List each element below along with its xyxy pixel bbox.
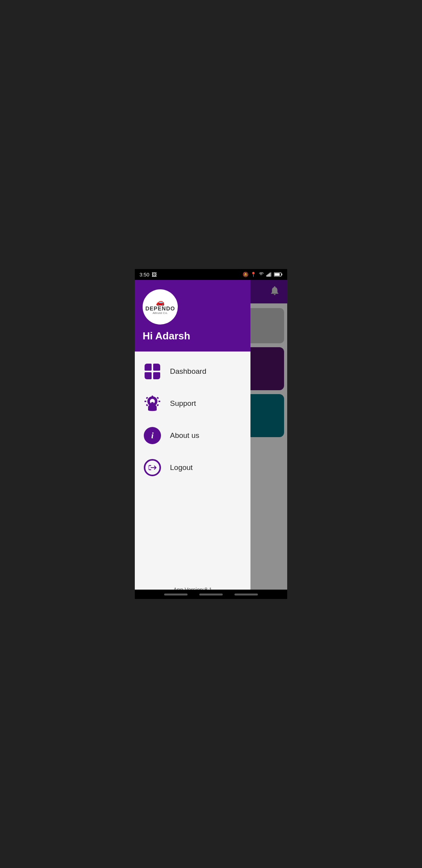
logo-subtitle: Altruist Co. <box>145 311 175 315</box>
logo-title: DEPENDO <box>145 306 175 311</box>
media-icon: 🖼 <box>152 272 157 278</box>
logo-circle: 🚗 DEPENDO Altruist Co. <box>143 289 178 325</box>
dashboard-icon <box>143 362 161 380</box>
svg-rect-13 <box>159 401 161 402</box>
svg-rect-2 <box>269 273 270 276</box>
logo-inner: 🚗 DEPENDO Altruist Co. <box>143 296 178 318</box>
menu-item-about[interactable]: i About us <box>135 420 250 452</box>
support-icon <box>143 395 161 412</box>
wifi-icon <box>258 272 265 277</box>
status-bar: 3:50 🖼 🔕 📍 <box>135 269 287 280</box>
svg-rect-0 <box>266 275 267 276</box>
phone-screen: 3:50 🖼 🔕 📍 <box>135 269 287 599</box>
about-icon: i <box>143 427 161 445</box>
home-bar-left[interactable] <box>164 594 188 595</box>
svg-rect-14 <box>146 397 148 399</box>
logout-label: Logout <box>170 463 193 472</box>
svg-rect-6 <box>281 274 282 275</box>
svg-rect-3 <box>270 273 270 277</box>
navigation-drawer: 🚗 DEPENDO Altruist Co. Hi Adarsh Dashboa… <box>135 280 250 599</box>
drawer-header: 🚗 DEPENDO Altruist Co. Hi Adarsh <box>135 280 250 352</box>
logo-truck-icon: 🚗 <box>145 299 175 306</box>
svg-rect-15 <box>157 397 159 399</box>
signal-icon <box>266 272 272 277</box>
status-bar-left: 3:50 🖼 <box>139 272 157 278</box>
battery-icon <box>274 272 283 277</box>
location-icon: 📍 <box>250 272 256 277</box>
menu-item-logout[interactable]: Logout <box>135 452 250 484</box>
mute-icon: 🔕 <box>243 272 249 277</box>
support-label: Support <box>170 399 196 408</box>
home-bar-center[interactable] <box>199 594 223 595</box>
menu-item-dashboard[interactable]: Dashboard <box>135 355 250 387</box>
menu-item-support[interactable]: Support <box>135 387 250 420</box>
status-bar-right: 🔕 📍 <box>243 272 283 277</box>
logout-icon <box>143 459 161 477</box>
svg-rect-17 <box>157 404 159 406</box>
svg-rect-12 <box>145 401 147 402</box>
about-label: About us <box>170 431 199 440</box>
svg-point-18 <box>151 402 154 405</box>
svg-rect-7 <box>274 273 279 276</box>
home-bar-right[interactable] <box>234 594 258 595</box>
time-display: 3:50 <box>139 272 149 278</box>
svg-rect-16 <box>146 404 148 406</box>
svg-rect-10 <box>152 396 153 398</box>
home-indicator <box>135 590 287 599</box>
dashboard-label: Dashboard <box>170 367 206 376</box>
drawer-menu: Dashboard <box>135 352 250 580</box>
greeting-text: Hi Adarsh <box>143 330 190 342</box>
svg-rect-4 <box>271 272 272 276</box>
svg-rect-1 <box>268 274 268 276</box>
